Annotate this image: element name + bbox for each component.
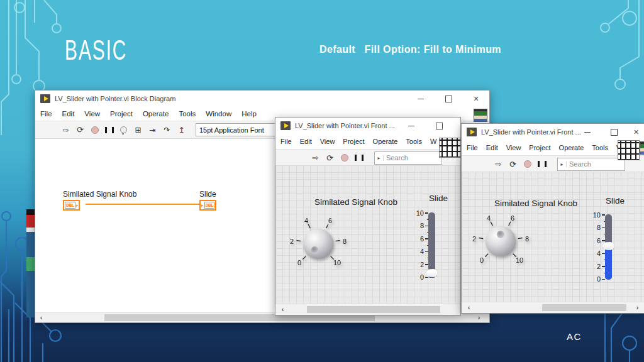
retain-wire-values-icon: ⊞ xyxy=(135,126,141,134)
abort-icon xyxy=(341,154,348,162)
abort-button[interactable] xyxy=(339,152,350,163)
title-bar[interactable]: LV_Slider with Pointer.vi Block Diagram … xyxy=(35,90,489,107)
menu-view[interactable]: View xyxy=(320,138,335,145)
step-into-icon: ⇥ xyxy=(149,126,155,134)
vi-icon[interactable] xyxy=(474,109,487,122)
search-box[interactable]: ▸ xyxy=(557,158,625,171)
pause-icon xyxy=(105,127,114,133)
menu-edit[interactable]: Edit xyxy=(300,138,312,145)
menu-view[interactable]: View xyxy=(84,110,100,118)
control-terminal[interactable]: DBL ▸ xyxy=(63,200,80,211)
menu-edit[interactable]: Edit xyxy=(486,144,498,151)
retain-wire-values-button[interactable]: ⊞ xyxy=(133,124,143,136)
search-input[interactable] xyxy=(384,154,441,162)
knob-control[interactable]: 0 2 4 6 8 10 xyxy=(466,214,535,266)
svg-text:8: 8 xyxy=(343,238,347,245)
scroll-right-icon[interactable]: › xyxy=(633,302,642,313)
search-box[interactable]: ▸ xyxy=(374,151,442,165)
run-button[interactable]: ⇨ xyxy=(310,152,321,163)
svg-text:10: 10 xyxy=(516,256,523,264)
pause-button[interactable] xyxy=(104,124,114,136)
scroll-left-icon[interactable]: ‹ xyxy=(36,313,46,322)
scroll-right-icon[interactable]: › xyxy=(474,313,484,322)
orange-wire[interactable] xyxy=(86,204,201,205)
run-continuously-button[interactable]: ⟳ xyxy=(75,124,86,136)
pause-button[interactable] xyxy=(536,158,547,170)
menu-bar: File Edit View Project Operate Tools W xyxy=(462,140,644,155)
run-continuously-button[interactable]: ⟳ xyxy=(325,152,335,163)
close-button[interactable]: × xyxy=(463,90,489,107)
menu-project[interactable]: Project xyxy=(343,138,364,145)
run-button[interactable]: ⇨ xyxy=(493,158,504,170)
indicator-terminal-label: Slide xyxy=(199,190,216,199)
alignment-grid-icon[interactable] xyxy=(618,140,640,160)
terminal-arrow-icon: ▸ xyxy=(201,203,204,207)
run-continuously-button[interactable]: ⟳ xyxy=(508,158,518,170)
svg-text:8: 8 xyxy=(525,235,529,243)
minimize-button[interactable] xyxy=(399,118,424,134)
alignment-grid-icon[interactable] xyxy=(439,138,461,158)
horizontal-scrollbar[interactable]: ‹ › xyxy=(462,302,644,313)
menu-operate[interactable]: Operate xyxy=(373,138,398,145)
slider-fill xyxy=(605,250,612,280)
title-bar[interactable]: LV_Slider with Pointer.vi Front ... × xyxy=(462,124,644,140)
minimize-button[interactable] xyxy=(406,90,435,107)
svg-text:6: 6 xyxy=(328,217,332,224)
menu-help[interactable]: Help xyxy=(242,110,257,118)
menu-project[interactable]: Project xyxy=(110,110,133,118)
maximize-button[interactable] xyxy=(601,124,626,140)
scroll-left-icon[interactable]: ‹ xyxy=(278,304,287,315)
close-button[interactable]: × xyxy=(628,124,644,140)
maximize-button[interactable] xyxy=(426,118,452,134)
background-window-sliver xyxy=(26,209,35,317)
menu-operate[interactable]: Operate xyxy=(143,110,169,118)
scroll-left-icon[interactable]: ‹ xyxy=(464,302,474,313)
search-arrow-icon: ▸ xyxy=(375,155,384,161)
scrollbar-thumb[interactable] xyxy=(542,304,626,311)
minimize-button[interactable] xyxy=(575,124,600,140)
menu-operate[interactable]: Operate xyxy=(559,144,584,151)
menu-file[interactable]: File xyxy=(280,138,292,145)
knob-control[interactable]: 0 2 4 6 8 10 xyxy=(284,216,353,269)
abort-button[interactable] xyxy=(522,158,533,170)
window-title: LV_Slider with Pointer.vi Block Diagram xyxy=(55,95,175,102)
run-icon: ⇨ xyxy=(495,160,501,168)
run-continuously-icon: ⟳ xyxy=(509,160,516,169)
maximize-button[interactable] xyxy=(435,90,463,107)
abort-button[interactable] xyxy=(89,124,100,136)
terminal-arrow-icon: ▸ xyxy=(76,203,79,207)
abort-icon xyxy=(524,160,531,168)
scrollbar-thumb[interactable] xyxy=(307,306,440,313)
pause-button[interactable] xyxy=(353,152,364,163)
step-over-button[interactable]: ↷ xyxy=(162,124,172,136)
menu-tools[interactable]: Tools xyxy=(179,110,196,118)
title-bar[interactable]: LV_Slider with Pointer.vi Front ... xyxy=(275,118,460,134)
svg-text:2: 2 xyxy=(472,235,476,243)
svg-text:10: 10 xyxy=(333,259,341,266)
menu-tools[interactable]: Tools xyxy=(406,138,422,145)
slider-track[interactable] xyxy=(428,212,435,278)
menu-file[interactable]: File xyxy=(467,144,478,151)
step-out-button[interactable]: ↥ xyxy=(176,124,187,136)
front-panel-window-default: LV_Slider with Pointer.vi Front ... File… xyxy=(275,117,461,315)
menu-tools[interactable]: Tools xyxy=(592,144,608,151)
svg-text:4: 4 xyxy=(304,217,308,224)
menu-window[interactable]: W xyxy=(430,138,436,145)
menu-bar: File Edit View Project Operate Tools W xyxy=(275,134,460,149)
minimize-icon xyxy=(418,99,424,99)
slider-track[interactable] xyxy=(605,214,612,280)
menu-view[interactable]: View xyxy=(506,144,521,151)
menu-file[interactable]: File xyxy=(40,110,52,118)
highlight-execution-button[interactable] xyxy=(118,124,129,136)
horizontal-scrollbar[interactable]: ‹ xyxy=(275,304,460,315)
indicator-terminal[interactable]: ▸ DBL xyxy=(199,200,216,211)
minimize-icon xyxy=(408,126,414,126)
menu-project[interactable]: Project xyxy=(529,144,550,151)
menu-edit[interactable]: Edit xyxy=(62,110,75,118)
run-button[interactable]: ⇨ xyxy=(60,124,71,136)
step-into-button[interactable]: ⇥ xyxy=(147,124,158,136)
search-input[interactable] xyxy=(567,160,625,168)
lightbulb-icon xyxy=(120,126,127,133)
menu-window[interactable]: Window xyxy=(206,110,231,118)
vi-icon[interactable] xyxy=(640,141,644,155)
